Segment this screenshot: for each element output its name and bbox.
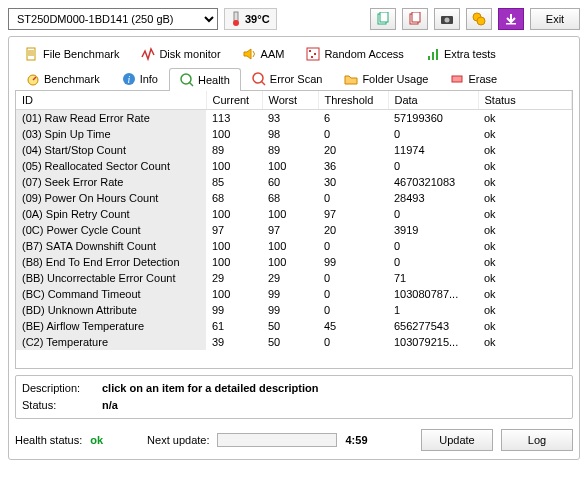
cell: 93 [262, 110, 318, 127]
cell: 71 [388, 270, 478, 286]
cell: (BB) Uncorrectable Error Count [16, 270, 206, 286]
cell: 3919 [388, 222, 478, 238]
tab-erase[interactable]: Erase [439, 67, 508, 90]
error-scan-icon [252, 72, 266, 86]
svg-rect-18 [436, 49, 438, 60]
cell: 4670321083 [388, 174, 478, 190]
folder-icon [344, 72, 358, 86]
tab-error-scan[interactable]: Error Scan [241, 67, 334, 90]
tab-aam[interactable]: AAM [237, 45, 291, 63]
description-label: Description: [22, 380, 102, 397]
smart-table: ID Current Worst Threshold Data Status (… [16, 91, 572, 350]
copy-text-button[interactable] [370, 8, 396, 30]
cell: (BE) Airflow Temperature [16, 318, 206, 334]
tab-random-access[interactable]: Random Access [300, 45, 409, 63]
svg-rect-3 [380, 12, 388, 22]
random-access-icon [306, 47, 320, 61]
tab-health[interactable]: Health [169, 68, 241, 91]
cell: 0 [318, 270, 388, 286]
temperature-value: 39°C [245, 13, 270, 25]
tab-disk-monitor[interactable]: Disk monitor [135, 45, 226, 63]
table-row[interactable]: (B7) SATA Downshift Count10010000ok [16, 238, 572, 254]
log-button[interactable]: Log [501, 429, 573, 451]
col-status[interactable]: Status [478, 91, 572, 110]
svg-line-24 [189, 82, 193, 86]
col-worst[interactable]: Worst [262, 91, 318, 110]
col-current[interactable]: Current [206, 91, 262, 110]
cell: 97 [318, 206, 388, 222]
cell: (0A) Spin Retry Count [16, 206, 206, 222]
cell: (C2) Temperature [16, 334, 206, 350]
cell: 89 [206, 142, 262, 158]
tab-info[interactable]: i Info [111, 67, 169, 90]
cell: 39 [206, 334, 262, 350]
tab-folder-usage[interactable]: Folder Usage [333, 67, 439, 90]
table-row[interactable]: (03) Spin Up Time1009800ok [16, 126, 572, 142]
next-update-label: Next update: [147, 434, 209, 446]
cell: (01) Raw Read Error Rate [16, 110, 206, 127]
cell: 0 [318, 126, 388, 142]
cell: ok [478, 302, 572, 318]
table-row[interactable]: (B8) End To End Error Detection100100990… [16, 254, 572, 270]
cell: 0 [318, 302, 388, 318]
table-row[interactable]: (0C) Power Cycle Count9797203919ok [16, 222, 572, 238]
disk-monitor-icon [141, 47, 155, 61]
options-button[interactable] [466, 8, 492, 30]
cell: 0 [388, 126, 478, 142]
cell: (03) Spin Up Time [16, 126, 206, 142]
cell: (0C) Power Cycle Count [16, 222, 206, 238]
cell: 1 [388, 302, 478, 318]
cell: 45 [318, 318, 388, 334]
col-data[interactable]: Data [388, 91, 478, 110]
cell: ok [478, 110, 572, 127]
cell: 100 [206, 286, 262, 302]
cell: 30 [318, 174, 388, 190]
table-row[interactable]: (0A) Spin Retry Count100100970ok [16, 206, 572, 222]
cell: ok [478, 334, 572, 350]
health-icon [180, 73, 194, 87]
col-threshold[interactable]: Threshold [318, 91, 388, 110]
table-row[interactable]: (BD) Unknown Attribute999901ok [16, 302, 572, 318]
smart-table-container[interactable]: ID Current Worst Threshold Data Status (… [15, 91, 573, 369]
update-button[interactable]: Update [421, 429, 493, 451]
table-row[interactable]: (05) Reallocated Sector Count100100360ok [16, 158, 572, 174]
cell: 0 [318, 334, 388, 350]
table-row[interactable]: (BC) Command Timeout100990103080787...ok [16, 286, 572, 302]
tab-extra-tests[interactable]: Extra tests [420, 45, 502, 63]
tab-benchmark[interactable]: Benchmark [15, 67, 111, 90]
cell: ok [478, 206, 572, 222]
drive-select[interactable]: ST250DM000-1BD141 (250 gB) [8, 8, 218, 30]
cell: ok [478, 270, 572, 286]
cell: 0 [388, 158, 478, 174]
cell: 98 [262, 126, 318, 142]
download-button[interactable] [498, 8, 524, 30]
svg-point-7 [445, 18, 450, 23]
table-row[interactable]: (04) Start/Stop Count89892011974ok [16, 142, 572, 158]
cell: ok [478, 174, 572, 190]
table-row[interactable]: (01) Raw Read Error Rate11393657199360ok [16, 110, 572, 127]
temperature-display: 39°C [224, 8, 277, 30]
exit-button[interactable]: Exit [530, 8, 580, 30]
table-row[interactable]: (BB) Uncorrectable Error Count2929071ok [16, 270, 572, 286]
tab-file-benchmark[interactable]: File Benchmark [19, 45, 125, 63]
copy-info-button[interactable] [402, 8, 428, 30]
cell: 99 [262, 286, 318, 302]
cell: 100 [206, 158, 262, 174]
svg-rect-17 [432, 52, 434, 60]
col-id[interactable]: ID [16, 91, 206, 110]
cell: 100 [262, 158, 318, 174]
cell: (B7) SATA Downshift Count [16, 238, 206, 254]
cell: 100 [206, 206, 262, 222]
table-row[interactable]: (BE) Airflow Temperature615045656277543o… [16, 318, 572, 334]
table-row[interactable]: (C2) Temperature39500103079215...ok [16, 334, 572, 350]
cell: 100 [206, 126, 262, 142]
cell: 100 [206, 254, 262, 270]
cell: (B8) End To End Error Detection [16, 254, 206, 270]
cell: (BC) Command Timeout [16, 286, 206, 302]
cell: (04) Start/Stop Count [16, 142, 206, 158]
screenshot-button[interactable] [434, 8, 460, 30]
cell: 29 [262, 270, 318, 286]
cell: 100 [262, 254, 318, 270]
table-row[interactable]: (07) Seek Error Rate8560304670321083ok [16, 174, 572, 190]
table-row[interactable]: (09) Power On Hours Count6868028493ok [16, 190, 572, 206]
